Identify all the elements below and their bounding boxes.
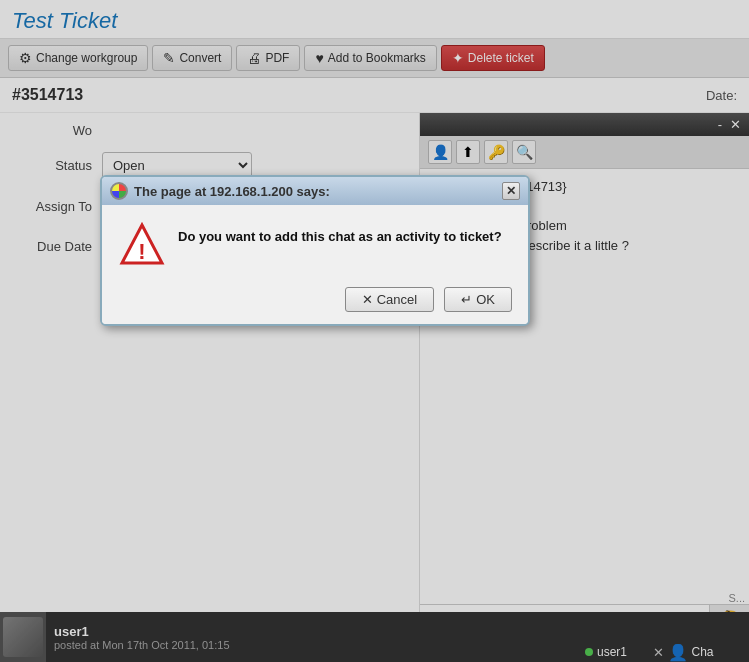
dialog-ok-button[interactable]: ↵ OK [444, 287, 512, 312]
dialog-overlay: The page at 192.168.1.200 says: ✕ ! Do y… [0, 0, 749, 662]
svg-text:!: ! [138, 239, 145, 264]
dialog-body: ! Do you want to add this chat as an act… [102, 205, 528, 279]
cancel-icon: ✕ [362, 292, 373, 307]
cancel-label: Cancel [377, 292, 417, 307]
ok-label: OK [476, 292, 495, 307]
dialog-title: The page at 192.168.1.200 says: [134, 184, 330, 199]
dialog-title-content: The page at 192.168.1.200 says: [110, 182, 330, 200]
dialog-titlebar: The page at 192.168.1.200 says: ✕ [102, 177, 528, 205]
dialog-box: The page at 192.168.1.200 says: ✕ ! Do y… [100, 175, 530, 326]
warning-icon: ! [118, 221, 166, 269]
dialog-message: Do you want to add this chat as an activ… [178, 221, 502, 247]
ok-icon: ↵ [461, 292, 472, 307]
chrome-icon [110, 182, 128, 200]
dialog-close-button[interactable]: ✕ [502, 182, 520, 200]
dialog-buttons: ✕ Cancel ↵ OK [102, 279, 528, 324]
dialog-cancel-button[interactable]: ✕ Cancel [345, 287, 434, 312]
